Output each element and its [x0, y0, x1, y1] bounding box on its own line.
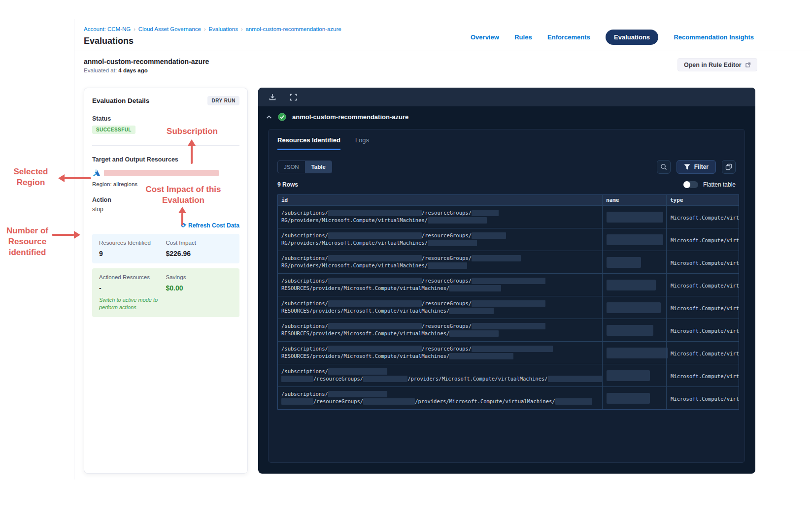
- column-header-type[interactable]: type: [666, 195, 739, 205]
- id-text-segment: /subscriptions/: [281, 210, 328, 216]
- view-json[interactable]: JSON: [278, 161, 305, 173]
- cell-id: /subscriptions//resourceGroups/RG/provid…: [278, 206, 602, 228]
- redacted-segment: [449, 353, 513, 359]
- status-label: Status: [92, 115, 239, 122]
- redacted-segment: [328, 255, 422, 261]
- type-value: Microsoft.Compute/virtualMachines: [667, 319, 739, 334]
- download-icon[interactable]: [268, 93, 277, 101]
- redacted-segment: [328, 391, 387, 397]
- id-text-segment: /providers/Microsoft.Compute/virtualMach…: [407, 376, 547, 382]
- screen: Account: CCM-NG›Cloud Asset Governance›E…: [0, 0, 812, 514]
- collapse-chevron-icon[interactable]: [266, 115, 272, 119]
- redacted-segment: [555, 398, 592, 405]
- table-row[interactable]: /subscriptions//resourceGroups//provider…: [278, 386, 739, 409]
- id-text-segment: RG/providers/Microsoft.Compute/virtualMa…: [281, 240, 428, 246]
- type-value: Microsoft.Compute/virtualMachines: [667, 206, 739, 221]
- cell-name: [602, 274, 666, 296]
- view-table[interactable]: Table: [305, 161, 332, 173]
- id-text-segment: /subscriptions/: [281, 346, 328, 352]
- cell-id: /subscriptions//resourceGroups/RG/provid…: [278, 251, 602, 273]
- evaluated-at: Evaluated at: 4 days ago: [84, 67, 148, 73]
- refresh-cost-data-link[interactable]: ⟳Refresh Cost Data: [92, 222, 239, 229]
- cell-type: Microsoft.Compute/virtualMachines: [666, 342, 739, 364]
- type-value: Microsoft.Compute/virtualMachines: [667, 251, 739, 266]
- id-text-segment: /resourceGroups/: [422, 210, 472, 216]
- cell-type: Microsoft.Compute/virtualMachines: [666, 319, 739, 341]
- redacted-segment: [472, 210, 499, 216]
- breadcrumb-rule[interactable]: anmol-custom-recommendation-azure: [245, 26, 341, 32]
- annotation-subscription-arrowline: [191, 145, 193, 164]
- id-text-segment: /resourceGroups/: [313, 376, 363, 382]
- cell-type: Microsoft.Compute/virtualMachines: [666, 228, 739, 251]
- table-row[interactable]: /subscriptions//resourceGroups/RESOURCES…: [278, 273, 739, 296]
- table-row[interactable]: /subscriptions//resourceGroups/RG/provid…: [278, 228, 739, 251]
- type-value: Microsoft.Compute/virtualMachines: [667, 274, 739, 289]
- actioned-resources-label: Actioned Resources: [99, 274, 166, 280]
- tab-evaluations[interactable]: Evaluations: [606, 30, 658, 45]
- copy-button[interactable]: [722, 160, 736, 174]
- redacted-segment: [449, 308, 494, 314]
- redacted-segment: [281, 376, 313, 382]
- actioned-resources-value: -: [99, 284, 166, 292]
- cell-type: Microsoft.Compute/virtualMachines: [666, 296, 739, 319]
- redacted-segment: [428, 217, 487, 224]
- tab-enforcements[interactable]: Enforcements: [547, 33, 590, 41]
- cell-type: Microsoft.Compute/virtualMachines: [666, 251, 739, 273]
- subscription-redacted-bar: [104, 170, 219, 176]
- redacted-segment: [472, 323, 545, 329]
- cell-name: [602, 251, 666, 273]
- savings-label: Savings: [166, 274, 233, 280]
- evaluation-details-card: Evaluation Details DRY RUN Status SUCCES…: [84, 88, 248, 474]
- cell-id: /subscriptions//resourceGroups//provider…: [278, 364, 602, 386]
- output-panel: anmol-custom-recommendation-azure Resour…: [258, 88, 755, 474]
- cell-name: [602, 364, 666, 386]
- dry-run-badge: DRY RUN: [207, 96, 239, 105]
- table-row[interactable]: /subscriptions//resourceGroups/RESOURCES…: [278, 296, 739, 319]
- action-value: stop: [92, 206, 239, 213]
- column-header-name[interactable]: name: [602, 195, 666, 205]
- id-text-segment: RG/providers/Microsoft.Compute/virtualMa…: [281, 262, 428, 268]
- flatten-table-label: Flatten table: [703, 181, 736, 188]
- savings-value: $0.00: [166, 284, 233, 292]
- table-row[interactable]: /subscriptions//resourceGroups/RG/provid…: [278, 205, 739, 228]
- fullscreen-icon[interactable]: [289, 93, 298, 101]
- table-row[interactable]: /subscriptions//resourceGroups/RG/provid…: [278, 251, 739, 273]
- breadcrumb: Account: CCM-NG›Cloud Asset Governance›E…: [84, 26, 341, 32]
- tab-logs[interactable]: Logs: [355, 136, 369, 150]
- redacted-segment: [428, 240, 477, 246]
- redacted-segment: [428, 262, 467, 269]
- tab-resources-identified[interactable]: Resources Identified: [277, 136, 340, 150]
- id-text-segment: /subscriptions/: [281, 232, 328, 238]
- tab-overview[interactable]: Overview: [471, 33, 499, 41]
- table-row[interactable]: /subscriptions//resourceGroups//provider…: [278, 364, 739, 386]
- breadcrumb-cag[interactable]: Cloud Asset Governance: [138, 26, 201, 32]
- breadcrumb-account[interactable]: Account: CCM-NG: [84, 26, 131, 32]
- resources-identified-label: Resources Identified: [99, 240, 166, 246]
- card-title: Evaluation Details: [92, 97, 149, 104]
- tab-recommendation-insights[interactable]: Recommendation Insights: [674, 33, 754, 41]
- table-row[interactable]: /subscriptions//resourceGroups/RESOURCES…: [278, 341, 739, 364]
- open-rule-editor-button[interactable]: Open in Rule Editor: [677, 58, 757, 71]
- cost-impact-value: $226.96: [166, 250, 233, 257]
- cell-name: [602, 319, 666, 341]
- redacted-segment: [281, 398, 313, 405]
- annotation-subscription: Subscription: [153, 126, 232, 137]
- evaluation-name: anmol-custom-recommendation-azure: [84, 58, 209, 65]
- cell-name: [602, 296, 666, 319]
- annotation-resources-arrowline: [52, 234, 74, 236]
- table-row[interactable]: /subscriptions//resourceGroups/RESOURCES…: [278, 319, 739, 341]
- search-button[interactable]: [657, 160, 671, 174]
- redacted-name: [607, 348, 668, 358]
- breadcrumb-evaluations[interactable]: Evaluations: [208, 26, 237, 32]
- tab-rules[interactable]: Rules: [514, 33, 532, 41]
- column-header-id[interactable]: id: [278, 195, 602, 205]
- id-text-segment: /resourceGroups/: [422, 323, 472, 329]
- cell-type: Microsoft.Compute/virtualMachines: [666, 364, 739, 386]
- id-text-segment: RG/providers/Microsoft.Compute/virtualMa…: [281, 217, 428, 223]
- type-value: Microsoft.Compute/virtualMachines: [667, 228, 739, 243]
- id-text-segment: /resourceGroups/: [422, 346, 472, 352]
- flatten-table-toggle[interactable]: [683, 181, 698, 188]
- table-header: id name type: [278, 195, 739, 205]
- filter-button[interactable]: Filter: [677, 160, 716, 174]
- id-text-segment: /resourceGroups/: [422, 278, 472, 284]
